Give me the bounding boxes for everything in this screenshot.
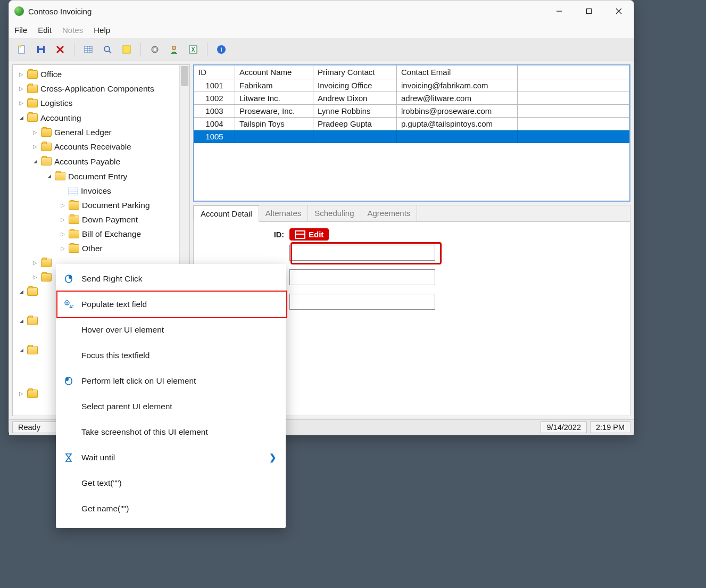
- menu-notes[interactable]: Notes: [62, 26, 83, 35]
- table-cell[interactable]: [518, 79, 629, 92]
- data-grid[interactable]: ID Account Name Primary Contact Contact …: [193, 64, 630, 202]
- save-button[interactable]: [32, 41, 49, 58]
- table-cell[interactable]: 1001: [194, 79, 235, 92]
- tree-item-general-ledger[interactable]: General Ledger: [14, 125, 188, 139]
- table-cell[interactable]: Invoicing Office: [313, 79, 397, 92]
- cm-label: Perform left click on UI element: [81, 376, 276, 386]
- export-button[interactable]: X: [185, 41, 202, 58]
- new-doc-icon: [16, 44, 27, 55]
- svg-text:X: X: [192, 47, 195, 53]
- cm-populate-text-field[interactable]: A字 Populate text field: [56, 292, 286, 317]
- tree-item-logistics[interactable]: Logistics: [14, 96, 188, 110]
- table-cell[interactable]: lrobbins@proseware.com: [397, 105, 518, 118]
- table-cell[interactable]: Litware Inc.: [235, 92, 313, 105]
- hourglass-icon: [63, 453, 74, 462]
- cm-focus[interactable]: Focus this textfield: [56, 343, 286, 368]
- edit-badge[interactable]: Edit: [289, 228, 329, 241]
- cm-get-text[interactable]: Get text(""): [56, 470, 286, 496]
- cm-hover[interactable]: Hover over UI element: [56, 317, 286, 343]
- minimize-icon: [555, 7, 563, 15]
- table-cell[interactable]: adrew@litware.com: [397, 92, 518, 105]
- menu-edit[interactable]: Edit: [38, 26, 52, 35]
- table-cell[interactable]: Proseware, Inc.: [235, 105, 313, 118]
- tab-agreements[interactable]: Agreements: [361, 205, 418, 221]
- table-cell[interactable]: invoicing@fabrikam.com: [397, 79, 518, 92]
- cm-get-name[interactable]: Get name(""): [56, 496, 286, 521]
- grid-button[interactable]: [80, 41, 97, 58]
- tree-item-cross-app[interactable]: Cross-Application Components: [14, 81, 188, 96]
- table-row[interactable]: 1001FabrikamInvoicing Officeinvoicing@fa…: [194, 79, 629, 92]
- tree-item-bill-of-exchange[interactable]: Bill of Exchange: [14, 227, 188, 241]
- svg-rect-8: [39, 50, 43, 53]
- settings-button[interactable]: [146, 41, 163, 58]
- tab-scheduling[interactable]: Scheduling: [308, 205, 361, 221]
- menu-help[interactable]: Help: [94, 26, 110, 35]
- table-cell[interactable]: Tailspin Toys: [235, 118, 313, 130]
- tree-item-other[interactable]: Other: [14, 241, 188, 255]
- tree-item-invoices[interactable]: Invoices: [14, 184, 188, 198]
- delete-icon: [55, 44, 65, 55]
- table-cell[interactable]: [313, 130, 397, 143]
- tree-item-accounting[interactable]: Accounting: [14, 110, 188, 125]
- table-cell[interactable]: 1004: [194, 118, 235, 130]
- name-input[interactable]: [289, 269, 435, 285]
- col-contact[interactable]: Primary Contact: [313, 65, 397, 79]
- tab-account-detail[interactable]: Account Detail: [194, 205, 259, 222]
- tree-item-down-payment[interactable]: Down Payment: [14, 212, 188, 227]
- cm-screenshot[interactable]: Take screenshot of this UI element: [56, 419, 286, 445]
- table-cell[interactable]: p.gupta@tailspintoys.com: [397, 118, 518, 130]
- tree-label: Down Payment: [82, 212, 138, 227]
- table-cell[interactable]: 1002: [194, 92, 235, 105]
- find-button[interactable]: [99, 41, 116, 58]
- table-cell[interactable]: 1005: [194, 130, 235, 143]
- tree-item-accounts-payable[interactable]: Accounts Payable: [14, 154, 188, 169]
- table-cell[interactable]: [518, 118, 629, 130]
- table-row[interactable]: 1002Litware Inc.Andrew Dixonadrew@litwar…: [194, 92, 629, 105]
- col-blank[interactable]: [518, 65, 629, 79]
- col-email[interactable]: Contact Email: [397, 65, 518, 79]
- table-cell[interactable]: 1003: [194, 105, 235, 118]
- table-cell[interactable]: Pradeep Gupta: [313, 118, 397, 130]
- note-button[interactable]: [118, 41, 135, 58]
- about-button[interactable]: i: [213, 41, 230, 58]
- contact-input[interactable]: [289, 294, 435, 310]
- table-cell[interactable]: Fabrikam: [235, 79, 313, 92]
- menu-file[interactable]: File: [14, 26, 27, 35]
- table-cell[interactable]: [518, 92, 629, 105]
- cm-select-parent[interactable]: Select parent UI element: [56, 394, 286, 419]
- table-row[interactable]: 1004Tailspin ToysPradeep Guptap.gupta@ta…: [194, 118, 629, 130]
- cm-wait-until[interactable]: Wait until ❯: [56, 445, 286, 470]
- table-row[interactable]: 1005: [194, 130, 629, 143]
- tree-label: Document Parking: [82, 198, 150, 212]
- tree-item-accounts-receivable[interactable]: Accounts Receivable: [14, 139, 188, 154]
- scrollbar-thumb[interactable]: [181, 66, 188, 86]
- table-cell[interactable]: Andrew Dixon: [313, 92, 397, 105]
- tree-label: Accounts Payable: [54, 154, 120, 169]
- table-cell[interactable]: [397, 130, 518, 143]
- table-row[interactable]: 1003Proseware, Inc.Lynne Robbinslrobbins…: [194, 105, 629, 118]
- minimize-button[interactable]: [544, 1, 574, 22]
- tab-alternates[interactable]: Alternates: [259, 205, 309, 221]
- detail-tabs: Account Detail Alternates Scheduling Agr…: [194, 205, 630, 222]
- close-button[interactable]: [604, 1, 634, 22]
- tree-item-document-entry[interactable]: Document Entry: [14, 169, 188, 184]
- grid-icon: [83, 44, 94, 55]
- svg-rect-7: [39, 46, 43, 48]
- table-cell[interactable]: [235, 130, 313, 143]
- delete-button[interactable]: [52, 41, 69, 58]
- new-button[interactable]: [13, 41, 30, 58]
- svg-text:i: i: [220, 46, 222, 53]
- tree-item-document-parking[interactable]: Document Parking: [14, 198, 188, 212]
- table-cell[interactable]: [518, 130, 629, 143]
- input-highlight: [290, 242, 442, 264]
- col-id[interactable]: ID: [194, 65, 235, 79]
- table-cell[interactable]: [518, 105, 629, 118]
- table-cell[interactable]: Lynne Robbins: [313, 105, 397, 118]
- cm-send-right-click[interactable]: Send Right Click: [56, 266, 286, 292]
- cm-left-click[interactable]: Perform left click on UI element: [56, 368, 286, 394]
- maximize-button[interactable]: [574, 1, 604, 22]
- col-account[interactable]: Account Name: [235, 65, 313, 79]
- cm-label: Send Right Click: [81, 274, 276, 284]
- user-button[interactable]: [165, 41, 182, 58]
- tree-item-office[interactable]: Office: [14, 67, 188, 81]
